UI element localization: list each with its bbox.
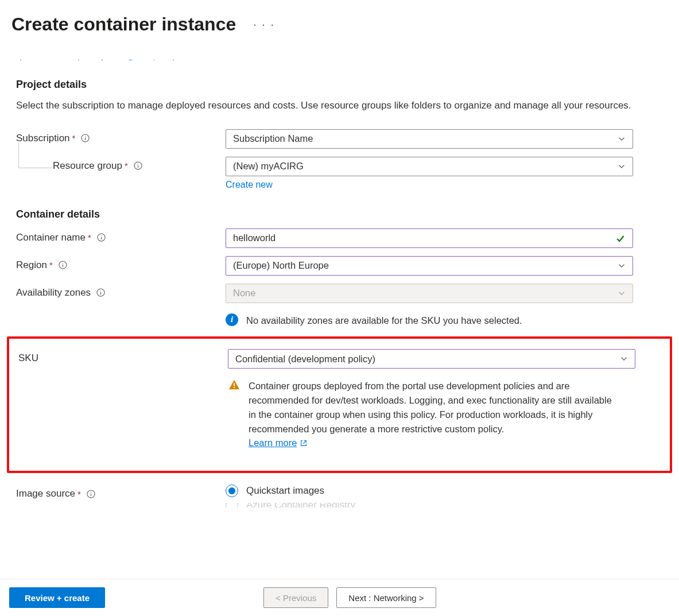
project-details-heading: Project details — [16, 79, 663, 91]
subscription-label: Subscription — [16, 133, 70, 144]
info-icon[interactable] — [87, 490, 95, 498]
learn-link-aci[interactable]: Learn more about Azure Container Instanc… — [20, 57, 659, 60]
availability-zones-label: Availability zones — [16, 287, 91, 299]
required-asterisk: * — [125, 161, 128, 171]
svg-rect-16 — [234, 388, 235, 389]
image-source-label: Image source — [16, 488, 75, 499]
svg-point-20 — [91, 491, 91, 492]
info-icon[interactable] — [59, 261, 67, 269]
svg-point-11 — [63, 263, 63, 264]
image-source-radio-acr[interactable]: Azure Container Registry — [226, 503, 633, 507]
availability-zones-select: None — [226, 284, 633, 303]
required-asterisk: * — [77, 489, 81, 499]
info-icon[interactable] — [134, 161, 142, 170]
svg-line-17 — [304, 440, 306, 443]
chevron-down-icon — [618, 162, 626, 171]
sku-select[interactable]: Confidential (development policy) — [228, 349, 635, 369]
create-new-rg-link[interactable]: Create new — [226, 180, 273, 190]
sku-warning-banner: Container groups deployed from the porta… — [228, 379, 635, 450]
warning-icon — [228, 379, 240, 392]
region-select[interactable]: (Europe) North Europe — [226, 256, 633, 276]
svg-point-8 — [101, 235, 102, 236]
container-name-label: Container name — [16, 232, 86, 243]
chevron-down-icon — [618, 135, 626, 143]
page-title: Create container instance — [11, 14, 236, 35]
info-icon[interactable] — [97, 233, 106, 242]
required-asterisk: * — [88, 233, 91, 242]
az-info-text: No availability zones are available for … — [246, 313, 522, 328]
region-value: (Europe) North Europe — [233, 260, 329, 271]
region-label: Region — [16, 259, 47, 271]
info-circle-icon: i — [226, 313, 238, 326]
required-asterisk: * — [72, 133, 76, 143]
sku-learn-more-link[interactable]: Learn more — [249, 436, 308, 450]
chevron-down-icon — [618, 262, 626, 270]
svg-point-2 — [85, 136, 86, 137]
radio-icon — [226, 503, 238, 507]
info-icon[interactable] — [96, 288, 105, 297]
required-asterisk: * — [49, 260, 53, 270]
checkmark-icon — [615, 233, 626, 243]
container-name-input[interactable]: helloworld — [226, 228, 633, 248]
resource-group-value: (New) myACIRG — [233, 161, 304, 172]
image-source-radio-quickstart[interactable]: Quickstart images — [226, 485, 633, 497]
svg-point-5 — [138, 164, 138, 164]
subscription-select[interactable]: Subscription Name — [226, 129, 633, 149]
sku-label: SKU — [18, 352, 38, 364]
az-info-banner: i No availability zones are available fo… — [226, 313, 633, 328]
info-icon[interactable] — [81, 134, 90, 142]
sku-warning-text: Container groups deployed from the porta… — [249, 381, 612, 433]
chevron-down-icon — [620, 355, 628, 363]
radio-label: Quickstart images — [246, 485, 324, 497]
resource-group-label: Resource group — [53, 160, 122, 172]
container-name-value: helloworld — [233, 233, 276, 243]
sku-value: Confidential (development policy) — [235, 354, 375, 365]
project-details-desc: Select the subscription to manage deploy… — [16, 99, 663, 113]
learn-more-label: Learn more — [249, 436, 297, 450]
svg-point-14 — [100, 290, 101, 291]
availability-zones-value: None — [233, 288, 255, 299]
sku-highlight-box: SKU Confidential (development policy) Co… — [7, 336, 672, 473]
tree-connector — [18, 143, 53, 168]
more-actions-button[interactable]: · · · — [253, 18, 275, 31]
subscription-value: Subscription Name — [233, 133, 313, 144]
container-details-heading: Container details — [16, 208, 663, 220]
resource-group-select[interactable]: (New) myACIRG — [226, 157, 633, 176]
radio-label: Azure Container Registry — [246, 503, 355, 507]
external-link-icon — [300, 439, 308, 447]
svg-rect-15 — [234, 383, 235, 387]
radio-icon — [226, 485, 238, 497]
chevron-down-icon — [618, 289, 626, 297]
